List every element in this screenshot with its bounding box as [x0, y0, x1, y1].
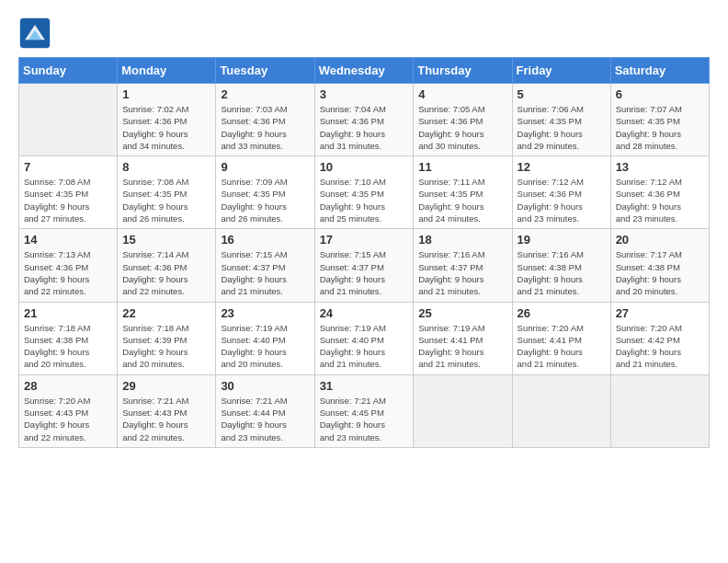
- day-info: Sunrise: 7:19 AM Sunset: 4:41 PM Dayligh…: [418, 322, 506, 371]
- day-info: Sunrise: 7:09 AM Sunset: 4:35 PM Dayligh…: [221, 176, 309, 224]
- calendar-cell: [610, 374, 709, 447]
- day-info: Sunrise: 7:16 AM Sunset: 4:37 PM Dayligh…: [418, 248, 506, 297]
- day-number: 16: [221, 233, 309, 247]
- day-info: Sunrise: 7:04 AM Sunset: 4:36 PM Dayligh…: [320, 103, 409, 152]
- week-row-2: 7Sunrise: 7:08 AM Sunset: 4:35 PM Daylig…: [19, 156, 710, 229]
- calendar-cell: 30Sunrise: 7:21 AM Sunset: 4:44 PM Dayli…: [216, 374, 314, 447]
- day-number: 6: [616, 87, 704, 101]
- day-number: 28: [24, 379, 112, 393]
- week-row-5: 28Sunrise: 7:20 AM Sunset: 4:43 PM Dayli…: [19, 374, 710, 447]
- calendar-cell: 14Sunrise: 7:13 AM Sunset: 4:36 PM Dayli…: [19, 229, 118, 302]
- week-row-1: 1Sunrise: 7:02 AM Sunset: 4:36 PM Daylig…: [19, 84, 710, 156]
- calendar-cell: 13Sunrise: 7:12 AM Sunset: 4:36 PM Dayli…: [610, 156, 709, 229]
- week-row-3: 14Sunrise: 7:13 AM Sunset: 4:36 PM Dayli…: [19, 229, 710, 302]
- calendar-cell: 3Sunrise: 7:04 AM Sunset: 4:36 PM Daylig…: [314, 84, 414, 156]
- day-number: 15: [122, 233, 210, 247]
- calendar-cell: 10Sunrise: 7:10 AM Sunset: 4:35 PM Dayli…: [314, 156, 414, 229]
- weekday-header-sunday: Sunday: [19, 58, 118, 84]
- day-info: Sunrise: 7:19 AM Sunset: 4:40 PM Dayligh…: [320, 322, 409, 371]
- calendar-cell: 21Sunrise: 7:18 AM Sunset: 4:38 PM Dayli…: [19, 302, 118, 374]
- day-info: Sunrise: 7:12 AM Sunset: 4:36 PM Dayligh…: [616, 176, 704, 224]
- calendar-cell: [19, 84, 118, 156]
- weekday-header-thursday: Thursday: [414, 58, 512, 84]
- day-number: 5: [518, 87, 606, 101]
- day-number: 1: [122, 87, 210, 101]
- day-number: 20: [616, 233, 704, 247]
- calendar-cell: 26Sunrise: 7:20 AM Sunset: 4:41 PM Dayli…: [512, 302, 610, 374]
- calendar-cell: 20Sunrise: 7:17 AM Sunset: 4:38 PM Dayli…: [610, 229, 709, 302]
- day-info: Sunrise: 7:12 AM Sunset: 4:36 PM Dayligh…: [518, 176, 606, 224]
- calendar-cell: 28Sunrise: 7:20 AM Sunset: 4:43 PM Dayli…: [19, 374, 118, 447]
- calendar-cell: 6Sunrise: 7:07 AM Sunset: 4:35 PM Daylig…: [610, 84, 709, 156]
- calendar-cell: 31Sunrise: 7:21 AM Sunset: 4:45 PM Dayli…: [314, 374, 414, 447]
- day-number: 4: [418, 87, 506, 101]
- calendar-cell: 25Sunrise: 7:19 AM Sunset: 4:41 PM Dayli…: [414, 302, 512, 374]
- day-number: 18: [418, 233, 506, 247]
- calendar-cell: 4Sunrise: 7:05 AM Sunset: 4:36 PM Daylig…: [414, 84, 512, 156]
- day-info: Sunrise: 7:18 AM Sunset: 4:39 PM Dayligh…: [122, 322, 210, 371]
- day-number: 14: [24, 233, 112, 247]
- day-number: 13: [616, 160, 704, 174]
- day-info: Sunrise: 7:20 AM Sunset: 4:42 PM Dayligh…: [616, 322, 704, 371]
- weekday-header-wednesday: Wednesday: [314, 58, 414, 84]
- day-info: Sunrise: 7:07 AM Sunset: 4:35 PM Dayligh…: [616, 103, 704, 152]
- day-info: Sunrise: 7:08 AM Sunset: 4:35 PM Dayligh…: [24, 176, 112, 224]
- calendar-cell: 17Sunrise: 7:15 AM Sunset: 4:37 PM Dayli…: [314, 229, 414, 302]
- day-info: Sunrise: 7:21 AM Sunset: 4:45 PM Dayligh…: [320, 395, 409, 443]
- day-info: Sunrise: 7:02 AM Sunset: 4:36 PM Dayligh…: [122, 103, 210, 152]
- day-number: 2: [221, 87, 309, 101]
- day-info: Sunrise: 7:18 AM Sunset: 4:38 PM Dayligh…: [24, 322, 112, 371]
- day-info: Sunrise: 7:03 AM Sunset: 4:36 PM Dayligh…: [221, 103, 309, 152]
- day-number: 8: [122, 160, 210, 174]
- calendar-cell: 19Sunrise: 7:16 AM Sunset: 4:38 PM Dayli…: [512, 229, 610, 302]
- day-number: 26: [518, 306, 606, 320]
- day-info: Sunrise: 7:21 AM Sunset: 4:43 PM Dayligh…: [122, 395, 210, 443]
- calendar-cell: 8Sunrise: 7:08 AM Sunset: 4:35 PM Daylig…: [118, 156, 216, 229]
- day-number: 11: [418, 160, 506, 174]
- day-number: 31: [320, 379, 409, 393]
- day-number: 30: [221, 379, 309, 393]
- logo-icon: [18, 17, 51, 50]
- day-info: Sunrise: 7:20 AM Sunset: 4:43 PM Dayligh…: [24, 395, 112, 443]
- day-info: Sunrise: 7:19 AM Sunset: 4:40 PM Dayligh…: [221, 322, 309, 371]
- day-number: 3: [320, 87, 409, 101]
- calendar-cell: 11Sunrise: 7:11 AM Sunset: 4:35 PM Dayli…: [414, 156, 512, 229]
- day-info: Sunrise: 7:10 AM Sunset: 4:35 PM Dayligh…: [320, 176, 409, 224]
- weekday-header-tuesday: Tuesday: [216, 58, 314, 84]
- day-number: 17: [320, 233, 409, 247]
- day-info: Sunrise: 7:14 AM Sunset: 4:36 PM Dayligh…: [122, 248, 210, 297]
- day-number: 7: [24, 160, 112, 174]
- logo: [18, 17, 55, 50]
- calendar-cell: 7Sunrise: 7:08 AM Sunset: 4:35 PM Daylig…: [19, 156, 118, 229]
- day-number: 29: [122, 379, 210, 393]
- day-info: Sunrise: 7:15 AM Sunset: 4:37 PM Dayligh…: [221, 248, 309, 297]
- calendar-table: SundayMondayTuesdayWednesdayThursdayFrid…: [18, 57, 710, 448]
- calendar-cell: 1Sunrise: 7:02 AM Sunset: 4:36 PM Daylig…: [118, 84, 216, 156]
- weekday-header-saturday: Saturday: [610, 58, 709, 84]
- day-info: Sunrise: 7:16 AM Sunset: 4:38 PM Dayligh…: [518, 248, 606, 297]
- calendar-cell: 5Sunrise: 7:06 AM Sunset: 4:35 PM Daylig…: [512, 84, 610, 156]
- day-number: 10: [320, 160, 409, 174]
- day-info: Sunrise: 7:17 AM Sunset: 4:38 PM Dayligh…: [616, 248, 704, 297]
- day-number: 24: [320, 306, 409, 320]
- calendar-cell: 23Sunrise: 7:19 AM Sunset: 4:40 PM Dayli…: [216, 302, 314, 374]
- day-info: Sunrise: 7:08 AM Sunset: 4:35 PM Dayligh…: [122, 176, 210, 224]
- calendar-cell: 29Sunrise: 7:21 AM Sunset: 4:43 PM Dayli…: [118, 374, 216, 447]
- day-number: 21: [24, 306, 112, 320]
- calendar-cell: 24Sunrise: 7:19 AM Sunset: 4:40 PM Dayli…: [314, 302, 414, 374]
- calendar-cell: [512, 374, 610, 447]
- day-info: Sunrise: 7:21 AM Sunset: 4:44 PM Dayligh…: [221, 395, 309, 443]
- calendar-cell: 22Sunrise: 7:18 AM Sunset: 4:39 PM Dayli…: [118, 302, 216, 374]
- day-number: 9: [221, 160, 309, 174]
- day-number: 19: [518, 233, 606, 247]
- day-info: Sunrise: 7:11 AM Sunset: 4:35 PM Dayligh…: [418, 176, 506, 224]
- day-info: Sunrise: 7:15 AM Sunset: 4:37 PM Dayligh…: [320, 248, 409, 297]
- calendar-cell: 27Sunrise: 7:20 AM Sunset: 4:42 PM Dayli…: [610, 302, 709, 374]
- calendar-cell: 2Sunrise: 7:03 AM Sunset: 4:36 PM Daylig…: [216, 84, 314, 156]
- calendar-cell: 9Sunrise: 7:09 AM Sunset: 4:35 PM Daylig…: [216, 156, 314, 229]
- weekday-header-friday: Friday: [512, 58, 610, 84]
- day-number: 25: [418, 306, 506, 320]
- day-info: Sunrise: 7:20 AM Sunset: 4:41 PM Dayligh…: [518, 322, 606, 371]
- page-header: [18, 9, 710, 50]
- calendar-cell: [414, 374, 512, 447]
